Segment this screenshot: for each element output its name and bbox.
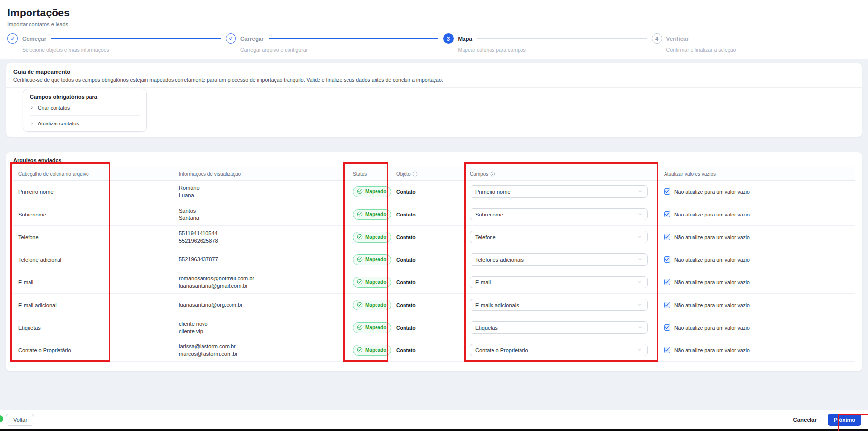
step-label: Carregar [240,36,264,42]
object-cell: Contato [396,347,416,353]
cancel-button[interactable]: Cancelar [792,415,818,425]
file-column-header-cell: Telefone [18,234,39,240]
chevron-down-icon [637,212,642,217]
screenshot-bottom-edge [0,429,868,431]
required-item-atualizar-contatos[interactable]: Atualizar contatos [30,121,140,126]
status-badge-label: Mapeado [365,234,386,240]
status-badge-label: Mapeado [365,302,386,308]
object-cell: Contato [396,234,416,240]
object-cell: Contato [396,279,416,285]
column-header-fields: Campos [465,171,659,177]
required-item-label: Criar contatos [38,105,70,111]
status-badge: Mapeado [353,322,391,333]
table-row: Contate o Proprietário larissa@iastorm.c… [13,339,855,362]
table-row: E-mail romariosantos@hotmail.com.brluana… [13,271,855,294]
step-sublabel: Carregar arquivo e configurar [240,47,308,53]
stepper-connector [51,38,221,39]
status-badge-label: Mapeado [365,279,386,285]
field-dropdown[interactable]: E-mails adicionais [470,299,648,311]
mapping-guide-header: Guia de mapeamento Certifique-se de que … [6,63,862,88]
field-dropdown-value: E-mails adicionais [475,302,519,308]
step-sublabel: Mapear colunas para campos [458,47,526,53]
mapping-guide-title: Guia de mapeamento [13,69,855,75]
status-badge: Mapeado [353,300,391,310]
info-icon[interactable] [490,171,495,177]
checkbox-label: Não atualize para um valor vazio [674,325,750,331]
no-empty-update-checkbox[interactable]: Não atualize para um valor vazio [664,256,750,263]
table-row: Telefone 55119414105445521962625878 Mape… [13,226,855,248]
footer-bar: Voltar Cancelar Próximo [0,410,868,429]
required-fields-title: Campos obrigatórios para [30,94,140,100]
column-header-preview: Informações de visualização [174,171,348,177]
field-dropdown-value: E-mail [475,279,491,285]
field-dropdown[interactable]: Primeiro nome [470,185,648,198]
field-dropdown[interactable]: E-mail [470,276,648,288]
field-dropdown-value: Etiquetas [475,325,498,331]
checkbox-checked-icon [664,211,670,217]
chat-widget-icon[interactable] [0,415,3,422]
table-row: Primeiro nome RomárioLuana Mapeado Conta… [13,181,855,203]
checkbox-checked-icon [664,347,670,353]
field-dropdown[interactable]: Etiquetas [470,321,648,334]
no-empty-update-checkbox[interactable]: Não atualize para um valor vazio [664,347,750,353]
preview-cell: cliente novocliente vip [179,320,343,335]
checkbox-label: Não atualize para um valor vazio [674,212,750,217]
step-comecar[interactable]: Começar Selecione objetos e mais informa… [7,33,46,44]
field-dropdown[interactable]: Telefones adicionais [470,253,648,266]
page-header: Importações Importar contatos e leads Co… [0,0,868,59]
checkbox-label: Não atualize para um valor vazio [674,302,750,308]
checkbox-label: Não atualize para um valor vazio [674,257,750,263]
next-button[interactable]: Próximo [828,414,861,426]
field-dropdown[interactable]: Telefone [470,231,648,243]
info-icon[interactable] [412,171,418,177]
table-row: Telefone adicional 5521963437877 Mapeado… [13,248,855,271]
step-number-badge: 3 [443,33,454,44]
check-circle-icon [357,347,363,354]
step-carregar[interactable]: Carregar Carregar arquivo e configurar [226,33,264,44]
status-badge-label: Mapeado [365,212,386,217]
step-mapa[interactable]: 3 Mapa Mapear colunas para campos [443,33,472,44]
no-empty-update-checkbox[interactable]: Não atualize para um valor vazio [664,211,750,217]
column-header-file-column: Cabeçalho de coluna no arquivo [13,171,174,177]
object-cell: Contato [396,257,416,263]
chevron-down-icon [637,347,642,353]
no-empty-update-checkbox[interactable]: Não atualize para um valor vazio [664,279,750,285]
mapping-table: Cabeçalho de coluna no arquivo Informaçõ… [13,167,855,362]
no-empty-update-checkbox[interactable]: Não atualize para um valor vazio [664,324,750,331]
checkbox-label: Não atualize para um valor vazio [674,189,750,195]
required-item-label: Atualizar contatos [38,121,79,126]
column-header-status: Status [348,171,391,177]
chevron-down-icon [637,302,642,308]
file-column-header-cell: E-mail [18,279,33,285]
field-dropdown[interactable]: Contate o Proprietário [470,344,648,356]
object-cell: Contato [396,302,416,308]
file-column-header-cell: E-mail adicional [18,302,57,308]
checkbox-checked-icon [664,234,670,240]
no-empty-update-checkbox[interactable]: Não atualize para um valor vazio [664,234,750,240]
chevron-down-icon [637,325,642,331]
status-badge: Mapeado [353,186,391,197]
field-dropdown-value: Contate o Proprietário [475,347,528,353]
checkbox-checked-icon [664,256,670,263]
table-header-row: Cabeçalho de coluna no arquivo Informaçõ… [13,167,855,181]
required-item-criar-contatos[interactable]: Criar contatos [30,105,140,111]
chevron-right-icon [30,105,34,111]
check-circle-icon [357,234,363,241]
no-empty-update-checkbox[interactable]: Não atualize para um valor vazio [664,302,750,308]
checkbox-label: Não atualize para um valor vazio [674,279,750,285]
mapping-guide-description: Certifique-se de que todos os campos obr… [13,77,855,83]
no-empty-update-checkbox[interactable]: Não atualize para um valor vazio [664,188,750,195]
check-circle-icon [357,279,363,286]
stepper-connector [269,38,438,39]
status-badge: Mapeado [353,254,391,265]
step-verificar[interactable]: 4 Verificar Confirmar e finalizar a sele… [652,33,689,44]
preview-cell: romariosantos@hotmail.com.brluanasantana… [179,275,343,290]
check-circle-icon [357,324,363,331]
stepper: Começar Selecione objetos e mais informa… [7,33,689,44]
step-label: Verificar [666,36,689,42]
back-button[interactable]: Voltar [6,414,34,426]
chevron-right-icon [30,121,34,126]
checkbox-checked-icon [664,279,670,285]
field-dropdown[interactable]: Sobrenome [470,208,648,220]
status-badge: Mapeado [353,345,391,356]
